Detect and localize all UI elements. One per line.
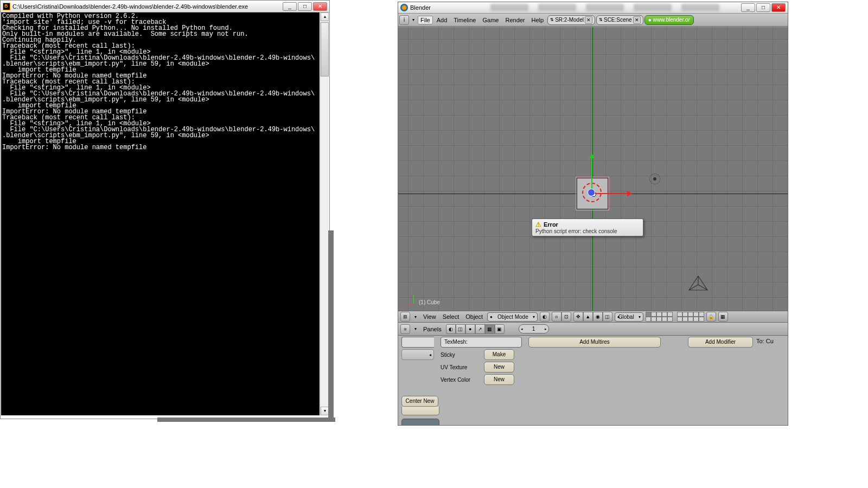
window-type-icon[interactable]: ≡: [400, 324, 410, 334]
manip-toggle-icon[interactable]: ✥: [573, 312, 583, 322]
y-axis-line: [592, 27, 593, 311]
panel-field[interactable]: [401, 337, 434, 348]
orientation-dropdown[interactable]: Global: [615, 312, 643, 322]
collapse-icon[interactable]: ▾: [410, 17, 417, 22]
error-message: Python script error: check console: [535, 228, 640, 234]
frame-field[interactable]: 1: [519, 324, 549, 333]
panel-collapse-icon[interactable]: ◂: [401, 349, 434, 360]
blender-titlebar[interactable]: Blender _ □ ✕: [398, 2, 788, 14]
pivot-median-icon[interactable]: ⊡: [561, 312, 571, 322]
sticky-label: Sticky: [441, 352, 481, 358]
close-button[interactable]: ✕: [313, 2, 327, 11]
sticky-make-button[interactable]: Make: [484, 349, 514, 360]
add-multires-button[interactable]: Add Multires: [528, 337, 661, 348]
manipulator-z-handle-icon[interactable]: [588, 189, 595, 196]
blender-title-text: Blender: [410, 4, 490, 11]
minimize-button[interactable]: _: [741, 3, 755, 12]
clear-icon[interactable]: ✕: [633, 16, 641, 24]
minimize-button[interactable]: _: [283, 2, 297, 11]
panel-tab[interactable]: [401, 419, 439, 425]
url-text: www.blender.or: [653, 17, 690, 23]
scroll-thumb[interactable]: [321, 22, 329, 76]
console-scrollbar[interactable]: ▴ ▾: [320, 12, 329, 415]
render-icon[interactable]: ▦: [718, 312, 728, 322]
pivot-icon[interactable]: ⌾: [552, 312, 561, 322]
manip-rotate-icon[interactable]: ◉: [593, 312, 603, 322]
info-header: i ▾ File Add Timeline Game Render Help ⇅…: [398, 14, 788, 27]
context-logic-icon[interactable]: ◐: [446, 324, 456, 334]
window-shadow: [157, 418, 335, 422]
vcol-new-button[interactable]: New: [484, 374, 514, 385]
lock-icon[interactable]: 🔒: [706, 312, 716, 322]
3dview-header: ⊞ ▾ View Select Object Object Mode ◐ ⌾ ⊡…: [398, 311, 788, 323]
mode-dropdown[interactable]: Object Mode: [487, 312, 538, 322]
screen-selector[interactable]: ⇅SR:2-Model✕: [547, 15, 595, 25]
modifier-to-label: To: Cu: [756, 337, 774, 424]
menu-file[interactable]: File: [418, 16, 433, 24]
blender-window: Blender _ □ ✕ i ▾ File Add Timeline Game…: [398, 2, 788, 426]
menu-add[interactable]: Add: [434, 16, 450, 24]
maximize-button[interactable]: □: [756, 3, 770, 12]
center-new-button[interactable]: Center New: [401, 396, 438, 407]
vcol-label: Vertex Color: [441, 377, 481, 383]
3d-viewport[interactable]: (1) Cube Error Python script error: chec…: [398, 27, 788, 311]
collapse-icon[interactable]: ▾: [412, 314, 419, 319]
menu-timeline[interactable]: Timeline: [451, 16, 478, 24]
menu-game[interactable]: Game: [480, 16, 501, 24]
menu-object[interactable]: Object: [463, 313, 485, 320]
scene-selector[interactable]: ⇅SCE:Scene✕: [596, 15, 643, 25]
menu-view[interactable]: View: [421, 313, 438, 320]
console-titlebar[interactable]: C:\Users\Cristina\Downloads\blender-2.49…: [1, 1, 329, 12]
buttons-panels: ◂ Center New TexMesh: Sticky Make UV Tex…: [398, 336, 788, 425]
screen-name: SR:2-Model: [555, 17, 584, 23]
url-button[interactable]: ● www.blender.or: [644, 15, 694, 25]
menu-select[interactable]: Select: [441, 313, 462, 320]
context-shading-icon[interactable]: ●: [465, 324, 475, 334]
window-type-icon[interactable]: ⊞: [400, 312, 410, 322]
error-tooltip: Error Python script error: check console: [532, 219, 643, 236]
active-object-label: (1) Cube: [419, 299, 440, 305]
scroll-down-icon[interactable]: ▾: [321, 407, 329, 415]
viewport-grid: [398, 27, 788, 311]
context-script-icon[interactable]: ◫: [456, 324, 465, 334]
error-title: Error: [535, 221, 640, 228]
console-app-icon: [3, 3, 10, 10]
window-type-icon[interactable]: i: [399, 15, 409, 25]
context-object-icon[interactable]: ↗: [475, 324, 485, 334]
shading-icon[interactable]: ◐: [540, 312, 550, 322]
console-title-text: C:\Users\Cristina\Downloads\blender-2.49…: [12, 3, 283, 10]
context-editing-icon[interactable]: ▦: [485, 324, 495, 334]
layer-buttons[interactable]: [646, 312, 704, 322]
console-output[interactable]: Compiled with Python version 2.6.2. 'imp…: [1, 12, 320, 415]
manipulator-x-arrow-icon[interactable]: [591, 193, 630, 194]
panels-label: Panels: [421, 326, 444, 332]
lamp-object-icon[interactable]: [649, 174, 660, 184]
console-window: C:\Users\Cristina\Downloads\blender-2.49…: [0, 0, 330, 419]
manip-translate-icon[interactable]: ▲: [583, 312, 593, 322]
scene-name: SCE:Scene: [604, 17, 632, 23]
scroll-up-icon[interactable]: ▴: [321, 12, 329, 21]
uvtex-new-button[interactable]: New: [484, 362, 514, 373]
close-button[interactable]: ✕: [771, 3, 786, 12]
manip-scale-icon[interactable]: ◫: [603, 312, 612, 322]
texmesh-field[interactable]: TexMesh:: [441, 337, 522, 348]
buttons-header: ≡ ▾ Panels ◐ ◫ ● ↗ ▦ ▣ 1: [398, 323, 788, 336]
menu-render[interactable]: Render: [502, 16, 527, 24]
window-shadow: [328, 230, 334, 419]
menu-help[interactable]: Help: [529, 16, 547, 24]
context-scene-icon[interactable]: ▣: [495, 324, 505, 334]
panel-tab[interactable]: [401, 407, 439, 415]
collapse-icon[interactable]: ▾: [412, 326, 419, 331]
blender-app-icon: [400, 4, 408, 11]
uvtex-label: UV Texture: [441, 364, 481, 370]
clear-icon[interactable]: ✕: [585, 16, 592, 24]
maximize-button[interactable]: □: [298, 2, 312, 11]
camera-object-icon[interactable]: [687, 274, 710, 294]
add-modifier-button[interactable]: Add Modifier: [688, 337, 753, 348]
